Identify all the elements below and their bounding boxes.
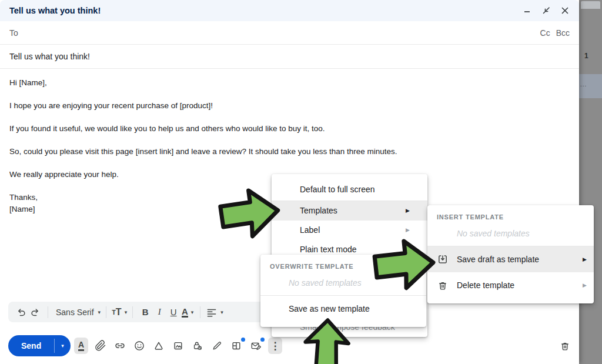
body-line: So, could you please visit this page [in… [9, 146, 570, 158]
send-button-label[interactable]: Send [8, 335, 54, 356]
bold-button[interactable]: B [138, 305, 152, 320]
size-small-t: T [112, 309, 116, 316]
envelope-pencil-icon [250, 340, 262, 352]
submenu-arrow-icon: ▶ [583, 256, 587, 262]
background-toolbar-fragment [581, 1, 600, 9]
text-color-button[interactable]: A ▾ [180, 305, 195, 320]
body-line: Hi [Name], [9, 77, 570, 89]
layout-grid-icon [230, 340, 242, 352]
italic-button[interactable]: I [152, 305, 166, 320]
chevron-down-icon: ▾ [125, 309, 128, 315]
bcc-button[interactable]: Bcc [556, 28, 570, 38]
multi-send-button[interactable] [249, 338, 263, 354]
trash-icon [559, 340, 571, 352]
cc-button[interactable]: Cc [540, 28, 550, 38]
background-row-ellipsis: ... [580, 81, 587, 88]
trash-icon [437, 279, 449, 291]
menu-item-templates[interactable]: Templates▶ [272, 201, 427, 221]
to-label: To [9, 28, 18, 38]
text-color-a: A [182, 307, 188, 318]
paperclip-icon [95, 340, 106, 352]
no-saved-templates-text: No saved templates [260, 278, 426, 288]
menu-item-save-draft-as-template[interactable]: Save draft as template ▶ [427, 246, 594, 272]
compose-title: Tell us what you think! [9, 6, 523, 15]
insert-photo-button[interactable] [171, 338, 185, 354]
background-page-strip: 1 ... 0 [579, 0, 602, 364]
body-line: If you found it useful, we would like yo… [9, 123, 570, 135]
compose-titlebar: Tell us what you think! [0, 0, 579, 21]
send-button[interactable]: Send ▾ [8, 335, 71, 356]
insert-signature-button[interactable] [210, 338, 224, 354]
menu-item-label: Delete template [457, 280, 514, 290]
notification-dot [241, 338, 245, 342]
menu-item-label[interactable]: Label▶ [272, 221, 427, 240]
vertical-dots-icon: ⋮ [270, 340, 280, 352]
image-icon [172, 340, 184, 352]
font-family-value: Sans Serif [56, 308, 94, 317]
menu-item-label: Save draft as template [457, 255, 539, 264]
underline-button[interactable]: U [166, 305, 180, 320]
emoji-icon [133, 340, 145, 352]
font-size-selector[interactable]: TT ▾ [112, 305, 127, 320]
background-count-badge: 1 [584, 52, 588, 60]
menu-item-label: Label [300, 225, 320, 235]
undo-button[interactable] [14, 305, 28, 320]
send-options-dropdown[interactable]: ▾ [55, 335, 71, 356]
close-icon[interactable] [560, 6, 570, 15]
insert-emoji-button[interactable] [132, 338, 146, 354]
menu-item-label: Templates [300, 206, 337, 215]
screen: 1 ... 0 Tell us what you think! To Cc Bc… [0, 0, 602, 364]
save-draft-submenu: OVERWRITE TEMPLATE No saved templates Sa… [260, 255, 426, 327]
link-icon [113, 339, 126, 352]
formatting-options-button[interactable]: A [74, 338, 88, 354]
section-header-overwrite-template: OVERWRITE TEMPLATE [260, 255, 426, 270]
font-family-selector[interactable]: Sans Serif ▾ [53, 305, 101, 320]
send-toolbar: Send ▾ A [0, 332, 579, 364]
drive-icon [153, 340, 165, 352]
save-template-icon [437, 253, 449, 265]
minimize-icon[interactable] [523, 6, 532, 15]
more-options-button[interactable]: ⋮ [268, 338, 282, 354]
subject-field[interactable]: Tell us what you think! [0, 45, 579, 69]
body-line: I hope you are enjoying your recent purc… [9, 100, 570, 112]
insert-from-drive-button[interactable] [152, 338, 166, 354]
size-large-t: T [116, 307, 122, 318]
chevron-down-icon: ▾ [220, 309, 223, 315]
notification-dot [260, 338, 265, 342]
menu-item-save-as-new-template[interactable]: Save as new template [260, 296, 426, 322]
attach-files-button[interactable] [93, 338, 108, 354]
discard-draft-button[interactable] [557, 338, 573, 353]
insert-link-button[interactable] [113, 338, 127, 354]
submenu-arrow-icon: ▶ [583, 282, 587, 288]
submenu-arrow-icon: ▶ [406, 201, 410, 221]
confidential-mode-button[interactable] [190, 338, 205, 354]
menu-item-default-full-screen[interactable]: Default to full screen [272, 178, 427, 201]
pen-icon [211, 340, 223, 352]
redo-button[interactable] [28, 305, 42, 320]
background-selected-row: ... [579, 74, 602, 98]
submenu-arrow-icon: ▶ [406, 221, 410, 240]
chevron-down-icon: ▾ [191, 309, 194, 315]
align-button[interactable]: ▾ [206, 305, 223, 320]
no-saved-templates-text: No saved templates [427, 229, 594, 238]
section-header-insert-template: INSERT TEMPLATE [427, 205, 594, 221]
recipients-row[interactable]: To Cc Bcc [0, 21, 579, 45]
menu-item-delete-template[interactable]: Delete template ▶ [427, 272, 594, 298]
lock-clock-icon [192, 340, 203, 352]
chevron-down-icon: ▾ [61, 343, 64, 349]
chevron-down-icon: ▾ [98, 309, 101, 315]
exit-fullscreen-icon[interactable] [541, 6, 551, 15]
layouts-button[interactable] [229, 338, 243, 354]
templates-submenu: INSERT TEMPLATE No saved templates Save … [427, 205, 594, 303]
